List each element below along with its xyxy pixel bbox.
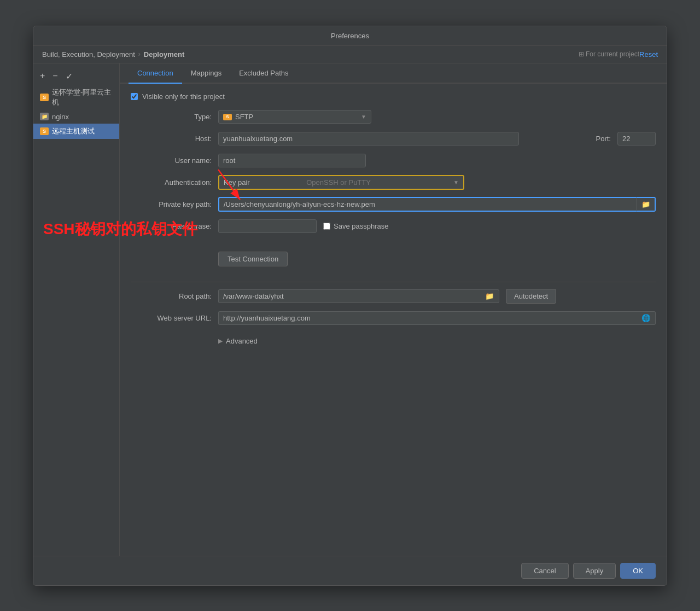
remove-server-button[interactable]: − xyxy=(50,70,60,82)
root-path-input[interactable] xyxy=(218,289,481,303)
private-key-browse-button[interactable]: 📁 xyxy=(637,197,656,212)
advanced-section: ▶ Advanced xyxy=(218,337,656,345)
sidebar-item-label-3: 远程主机测试 xyxy=(52,126,95,136)
sidebar-item-nginx[interactable]: 📁 nginx xyxy=(33,110,119,124)
root-path-field-wrapper: 📁 Autodetect xyxy=(218,289,656,304)
breadcrumb-current: Deployment xyxy=(144,50,184,59)
auth-placeholder: OpenSSH or PuTTY xyxy=(306,178,371,187)
advanced-arrow-icon: ▶ xyxy=(218,337,223,345)
test-connection-wrapper: Test Connection xyxy=(131,252,656,273)
tab-excluded-paths[interactable]: Excluded Paths xyxy=(230,63,297,84)
visible-only-row: Visible only for this project xyxy=(131,92,656,101)
ok-button[interactable]: OK xyxy=(620,563,656,579)
root-path-row: Root path: 📁 Autodetect xyxy=(131,289,656,304)
host-input[interactable] xyxy=(218,132,519,146)
connection-form: Visible only for this project Type: S SF… xyxy=(120,84,667,354)
advanced-label: Advanced xyxy=(226,337,258,345)
type-label: Type: xyxy=(131,113,218,121)
auth-dropdown-arrow: ▼ xyxy=(453,179,459,185)
private-key-input[interactable] xyxy=(218,197,637,212)
dialog-footer: Cancel Apply OK xyxy=(33,556,667,585)
annotation-container: SSH秘钥对的私钥文件 xyxy=(131,241,656,252)
folder-icon: 📁 xyxy=(40,113,49,120)
type-select[interactable]: S SFTP ▼ xyxy=(218,110,371,124)
private-key-field-wrapper: 📁 xyxy=(218,197,656,212)
test-connection-button[interactable]: Test Connection xyxy=(218,252,288,266)
confirm-server-button[interactable]: ✓ xyxy=(63,70,75,83)
tab-mappings[interactable]: Mappings xyxy=(182,63,230,84)
window-title: Preferences xyxy=(331,32,369,40)
save-passphrase-checkbox[interactable] xyxy=(323,223,330,230)
passphrase-row: Passphrase: Save passphrase xyxy=(131,219,656,234)
private-key-label: Private key path: xyxy=(131,200,218,208)
header-bar: Build, Execution, Deployment › Deploymen… xyxy=(33,46,667,63)
sidebar-item-label-2: nginx xyxy=(52,113,69,121)
auth-key-pair-text: Key pair xyxy=(224,178,306,187)
sidebar: + − ✓ S 远怀学堂-阿里云主机 📁 nginx S 远程主机测试 xyxy=(33,63,120,556)
host-label: Host: xyxy=(131,135,218,143)
port-label: Port: xyxy=(530,135,617,143)
content-area: + − ✓ S 远怀学堂-阿里云主机 📁 nginx S 远程主机测试 Conn… xyxy=(33,63,667,556)
auth-label: Authentication: xyxy=(131,178,218,187)
save-passphrase-label: Save passphrase xyxy=(334,222,388,230)
for-project-label: ⊞ For current project xyxy=(579,50,639,58)
sftp-icon-2: S xyxy=(40,127,49,135)
sidebar-toolbar: + − ✓ xyxy=(33,68,119,85)
preferences-dialog: Preferences Build, Execution, Deployment… xyxy=(33,26,667,586)
web-server-label: Web server URL: xyxy=(131,314,218,322)
passphrase-field-group: Save passphrase xyxy=(218,219,388,233)
passphrase-input[interactable] xyxy=(218,219,317,233)
username-input[interactable] xyxy=(218,154,366,167)
root-path-label: Root path: xyxy=(131,292,218,300)
type-dropdown-arrow: ▼ xyxy=(361,114,366,120)
private-key-row: Private key path: 📁 xyxy=(131,197,656,212)
web-server-field-wrapper: 🌐 xyxy=(218,311,656,325)
save-passphrase-wrapper: Save passphrase xyxy=(323,222,388,230)
sidebar-item-label-1: 远怀学堂-阿里云主机 xyxy=(52,88,113,107)
web-server-input[interactable] xyxy=(218,311,637,325)
cancel-button[interactable]: Cancel xyxy=(521,563,568,579)
sftp-type-icon: S xyxy=(223,114,232,120)
breadcrumb: Build, Execution, Deployment › Deploymen… xyxy=(42,50,568,59)
username-row: User name: xyxy=(131,153,656,168)
auth-select[interactable]: Key pair OpenSSH or PuTTY ▼ xyxy=(218,175,464,190)
breadcrumb-parent: Build, Execution, Deployment xyxy=(42,50,135,59)
web-server-open-button[interactable]: 🌐 xyxy=(637,311,656,325)
sidebar-item-remote[interactable]: S 远程主机测试 xyxy=(33,124,119,139)
username-label: User name: xyxy=(131,156,218,165)
title-bar: Preferences xyxy=(33,26,667,46)
main-panel: Connection Mappings Excluded Paths Visib… xyxy=(120,63,667,556)
tabs-bar: Connection Mappings Excluded Paths xyxy=(120,63,667,84)
root-path-browse-button[interactable]: 📁 xyxy=(481,289,499,303)
auth-row: Authentication: Key pair OpenSSH or PuTT… xyxy=(131,175,656,190)
type-value: SFTP xyxy=(235,113,358,121)
apply-button[interactable]: Apply xyxy=(573,563,616,579)
port-input[interactable] xyxy=(617,132,656,146)
reset-button[interactable]: Reset xyxy=(639,50,658,59)
sidebar-item-yuanhuai[interactable]: S 远怀学堂-阿里云主机 xyxy=(33,85,119,110)
web-server-row: Web server URL: 🌐 xyxy=(131,311,656,326)
add-server-button[interactable]: + xyxy=(38,70,47,82)
type-row: Type: S SFTP ▼ xyxy=(131,109,656,125)
passphrase-label: Passphrase: xyxy=(131,222,218,230)
breadcrumb-separator: › xyxy=(138,50,141,58)
tab-connection[interactable]: Connection xyxy=(129,63,182,84)
host-row: Host: Port: xyxy=(131,131,656,147)
sftp-icon-1: S xyxy=(40,94,49,101)
advanced-toggle[interactable]: ▶ Advanced xyxy=(218,337,656,345)
autodetect-button[interactable]: Autodetect xyxy=(506,289,556,304)
visible-only-checkbox[interactable] xyxy=(131,93,138,100)
visible-only-label: Visible only for this project xyxy=(142,92,225,101)
